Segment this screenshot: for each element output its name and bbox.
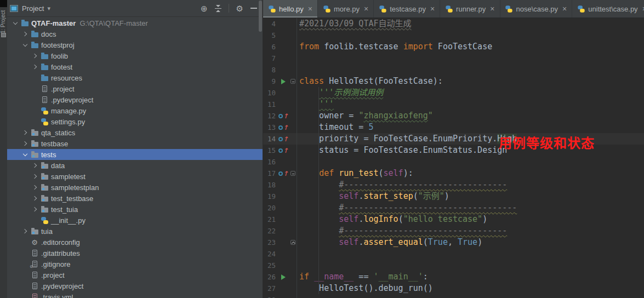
chevron-collapsed-icon[interactable] — [21, 140, 29, 147]
project-stripe-button[interactable]: 1: Project — [0, 8, 7, 36]
gutter-spacer — [277, 41, 289, 53]
tree-row-resources[interactable]: resources — [7, 72, 263, 83]
close-icon[interactable]: × — [364, 4, 368, 13]
chevron-spacer — [21, 283, 29, 290]
tree-row-.pydevproject[interactable]: .pydevproject — [7, 280, 263, 291]
tree-row-qta_statics[interactable]: qta_statics — [7, 127, 263, 138]
tree-row-docs[interactable]: docs — [7, 28, 263, 39]
code-text[interactable]: '''示例测试用例 — [297, 87, 644, 99]
tab-runner.py[interactable]: runner.py× — [440, 0, 500, 18]
tree-row-footestproj[interactable]: footestproj — [7, 39, 263, 50]
tree-row-.pydevproject[interactable]: .pydevproject — [7, 94, 263, 105]
code-text[interactable]: #2021/03/09 QTAF自动生成 — [297, 18, 644, 30]
code-text[interactable]: HelloTest().debug_run() — [297, 283, 644, 294]
code-text[interactable]: ''' — [297, 99, 644, 110]
code-text[interactable]: #----------------------------------- — [297, 202, 644, 214]
tree-row-sampletest[interactable]: sampletest — [7, 171, 263, 182]
close-icon[interactable]: × — [308, 4, 312, 13]
fold-end-icon[interactable] — [289, 237, 297, 248]
fold-open-icon[interactable] — [289, 168, 297, 179]
tree-row-__init__.py[interactable]: __init__.py — [7, 215, 263, 226]
code-text[interactable]: self.assert_equal(True, True) — [297, 237, 644, 248]
close-icon[interactable]: × — [430, 4, 435, 13]
code-text[interactable]: if __name__ == '__main__': — [297, 271, 644, 283]
close-icon[interactable]: × — [642, 4, 644, 13]
chevron-collapsed-icon[interactable] — [21, 129, 29, 136]
tree-row-sampletestplan[interactable]: sampletestplan — [7, 182, 263, 193]
tree-row-tuia[interactable]: tuia — [7, 226, 263, 237]
override-icon[interactable]: ↑ — [277, 122, 289, 133]
code-segment: self — [384, 168, 403, 178]
code-editor[interactable]: 4#2021/03/09 QTAF自动生成56from foolib.testc… — [263, 18, 644, 298]
chevron-collapsed-icon[interactable] — [31, 64, 38, 71]
override-icon[interactable]: ↑ — [277, 168, 289, 179]
tree-row-QTAF-master[interactable]: QTAF-masterG:\QTA\QTAF-master — [7, 18, 263, 28]
close-icon[interactable]: × — [562, 4, 567, 13]
project-panel: Project ▾ ⊕ ⚙ QTAF-masterG:\QTA\QTAF-mas… — [7, 0, 263, 298]
python-icon-shape — [578, 5, 584, 12]
tree-row-.project[interactable]: .project — [7, 270, 263, 280]
project-panel-title[interactable]: Project — [22, 4, 44, 13]
chevron-expanded-icon[interactable] — [21, 42, 29, 49]
code-text[interactable]: timeout = 5 — [297, 122, 644, 133]
code-segment: __name__ — [314, 272, 354, 282]
tree-scrollbar[interactable] — [259, 1, 262, 32]
chevron-expanded-icon[interactable] — [21, 151, 29, 158]
tab-unittest-case.py[interactable]: unittest\case.py× — [572, 0, 644, 18]
chevron-collapsed-icon[interactable] — [31, 173, 38, 180]
tree-item-label: foolib — [51, 52, 68, 60]
tree-row-.editorconfig[interactable]: ⚙.editorconfig — [7, 237, 263, 248]
folder-gray-icon — [41, 162, 48, 169]
code-text[interactable]: #--------------------------------- — [297, 179, 644, 191]
chevron-collapsed-icon[interactable] — [31, 184, 38, 191]
close-icon[interactable]: × — [490, 4, 494, 13]
locate-icon[interactable]: ⊕ — [201, 4, 208, 13]
tab-more.py[interactable]: more.py× — [318, 0, 374, 18]
indent-guide — [318, 87, 319, 294]
code-text[interactable]: self.logInfo("hello testcase") — [297, 214, 644, 225]
chevron-collapsed-icon[interactable] — [21, 31, 29, 38]
tree-row-footest[interactable]: footest — [7, 61, 263, 72]
tree-row-test_tuia[interactable]: test_tuia — [7, 204, 263, 215]
code-text[interactable]: #--------------------------------- — [297, 225, 644, 237]
gear-icon[interactable]: ⚙ — [236, 4, 243, 13]
code-text[interactable]: self.start_step("示例") — [297, 191, 644, 202]
collapse-all-icon[interactable] — [215, 5, 221, 12]
code-segment: ): — [403, 168, 413, 178]
tree-row-.gitignore[interactable]: ⊘.gitignore — [7, 259, 263, 270]
tree-row-settings.py[interactable]: settings.py — [7, 116, 263, 127]
chevron-collapsed-icon[interactable] — [31, 195, 38, 202]
tab-hello.py[interactable]: hello.py× — [263, 0, 318, 18]
run-icon[interactable] — [277, 76, 289, 87]
override-icon[interactable]: ↑ — [277, 110, 289, 122]
code-line-28: 28 — [263, 294, 644, 298]
chevron-collapsed-icon[interactable] — [31, 53, 38, 60]
tab-nose-case.py[interactable]: nose\case.py× — [500, 0, 573, 18]
chevron-collapsed-icon[interactable] — [31, 206, 38, 213]
override-icon[interactable]: ↑ — [277, 145, 289, 156]
tree-row-manage.py[interactable]: manage.py — [7, 105, 263, 116]
line-number: 22 — [263, 227, 277, 235]
chevron-collapsed-icon[interactable] — [31, 162, 38, 169]
code-text[interactable]: owner = "zhangxiaofeng" — [297, 110, 644, 122]
tree-row-.travis.yml[interactable]: .travis.yml — [7, 291, 263, 298]
tree-row-.project[interactable]: .project — [7, 83, 263, 94]
code-text[interactable]: def run_test(self): — [297, 168, 644, 179]
code-text[interactable]: class HelloTest(FooTestCase): — [297, 76, 644, 87]
tree-row-foolib[interactable]: foolib — [7, 50, 263, 61]
tree-row-test_testbase[interactable]: test_testbase — [7, 193, 263, 204]
tree-row-testbase[interactable]: testbase — [7, 138, 263, 149]
hide-panel-icon[interactable] — [250, 8, 257, 9]
tree-row-tests[interactable]: tests — [7, 149, 263, 160]
tree-row-data[interactable]: data — [7, 160, 263, 171]
fold-open-icon[interactable] — [289, 76, 297, 87]
run-icon[interactable] — [277, 271, 289, 283]
tree-row-.gitattributes[interactable]: .gitattributes — [7, 248, 263, 259]
chevron-down-icon[interactable]: ▾ — [47, 5, 50, 12]
tab-testcase.py[interactable]: testcase.py× — [374, 0, 440, 18]
chevron-collapsed-icon[interactable] — [21, 228, 29, 235]
code-text[interactable]: from foolib.testcase import FooTestCase — [297, 41, 644, 53]
override-icon[interactable]: ↑ — [277, 133, 289, 145]
chevron-expanded-icon[interactable] — [12, 20, 19, 27]
tab-label: more.py — [334, 5, 360, 13]
